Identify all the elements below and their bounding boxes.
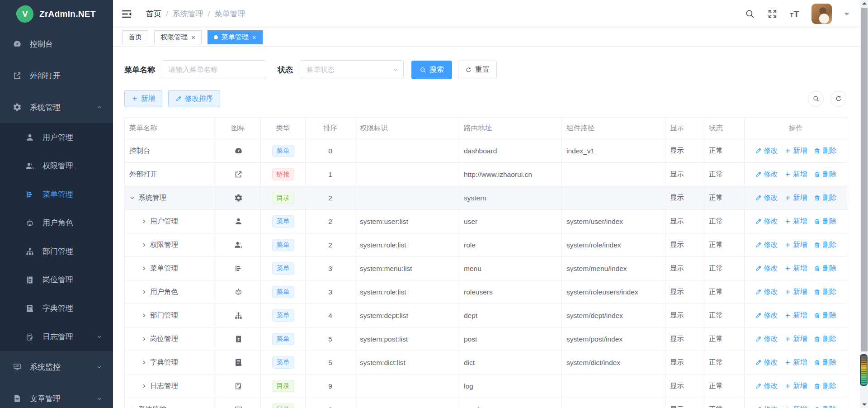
search-icon xyxy=(812,95,820,102)
expand-right-icon[interactable] xyxy=(141,336,147,342)
users-icon xyxy=(234,241,243,249)
sidebar-item-dept-mgmt[interactable]: 部门管理 xyxy=(0,237,113,266)
tab-菜单管理[interactable]: 菜单管理× xyxy=(208,30,263,44)
sidebar-item-user-mgmt[interactable]: 用户管理 xyxy=(0,123,113,152)
search-icon[interactable] xyxy=(745,9,755,19)
user-menu-caret-icon[interactable] xyxy=(844,13,849,18)
reset-button[interactable]: 重置 xyxy=(458,61,497,79)
breadcrumb-item[interactable]: 首页 xyxy=(146,9,161,19)
op-label: 新增 xyxy=(793,240,807,250)
sidebar-item-article[interactable]: 文章管理 xyxy=(0,383,113,408)
sidebar-item-system[interactable]: 系统管理 xyxy=(0,91,113,123)
delete-link[interactable]: 删除 xyxy=(814,170,837,179)
close-icon[interactable]: × xyxy=(191,34,195,41)
cell-status: 正常 xyxy=(704,233,745,257)
edit-link[interactable]: 修改 xyxy=(755,311,778,320)
delete-link[interactable]: 删除 xyxy=(814,358,837,367)
edit-link[interactable]: 修改 xyxy=(755,193,778,203)
edit-link[interactable]: 修改 xyxy=(755,170,778,179)
scroll-up-arrow-icon[interactable] xyxy=(862,2,867,5)
scrollbar-color-widget[interactable] xyxy=(860,354,868,386)
delete-link[interactable]: 删除 xyxy=(814,405,837,408)
pen-icon xyxy=(175,95,182,102)
sidebar-item-external-open[interactable]: 外部打开 xyxy=(0,60,113,91)
page-scrollbar[interactable] xyxy=(860,0,868,408)
delete-link[interactable]: 删除 xyxy=(814,146,837,156)
post-icon xyxy=(234,335,243,343)
close-icon[interactable]: × xyxy=(252,34,256,41)
trash-icon xyxy=(814,195,821,201)
sidebar-item-monitor[interactable]: 系统监控 xyxy=(0,351,113,383)
edit-link[interactable]: 修改 xyxy=(755,381,778,391)
sidebar-item-user-role[interactable]: 用户角色 xyxy=(0,209,113,237)
sidebar-item-dashboard[interactable]: 控制台 xyxy=(0,28,113,60)
expand-right-icon[interactable] xyxy=(141,266,147,271)
delete-link[interactable]: 删除 xyxy=(814,334,837,344)
add-link[interactable]: 新增 xyxy=(784,264,807,273)
add-link[interactable]: 新增 xyxy=(784,334,807,344)
edit-link[interactable]: 修改 xyxy=(755,287,778,297)
delete-link[interactable]: 删除 xyxy=(814,193,837,203)
add-link[interactable]: 新增 xyxy=(784,240,807,250)
add-link[interactable]: 新增 xyxy=(784,217,807,226)
add-link[interactable]: 新增 xyxy=(784,146,807,156)
expand-right-icon[interactable] xyxy=(141,313,147,318)
delete-link[interactable]: 删除 xyxy=(814,240,837,250)
add-button[interactable]: 新增 xyxy=(124,90,162,107)
tab-权限管理[interactable]: 权限管理× xyxy=(154,30,202,44)
scroll-down-arrow-icon[interactable] xyxy=(862,403,867,406)
add-link[interactable]: 新增 xyxy=(784,170,807,179)
edit-link[interactable]: 修改 xyxy=(755,146,778,156)
expand-right-icon[interactable] xyxy=(141,218,147,224)
edit-link[interactable]: 修改 xyxy=(755,334,778,344)
edit-link[interactable]: 修改 xyxy=(755,240,778,250)
edit-link[interactable]: 修改 xyxy=(755,264,778,273)
expand-right-icon[interactable] xyxy=(141,242,147,248)
delete-link[interactable]: 删除 xyxy=(814,287,837,297)
add-link[interactable]: 新增 xyxy=(784,193,807,203)
delete-link[interactable]: 删除 xyxy=(814,217,837,226)
cell-sort: 2 xyxy=(306,210,355,233)
expand-right-icon[interactable] xyxy=(141,289,147,295)
status-select[interactable] xyxy=(300,60,404,79)
op-label: 删除 xyxy=(823,405,837,408)
cell-permission: system:role:list xyxy=(355,233,459,257)
refresh-table-button[interactable] xyxy=(830,91,846,107)
delete-link[interactable]: 删除 xyxy=(814,381,837,391)
add-link[interactable]: 新增 xyxy=(784,287,807,297)
sidebar-item-role-mgmt[interactable]: 权限管理 xyxy=(0,152,113,180)
edit-link[interactable]: 修改 xyxy=(755,358,778,367)
sidebar-item-menu-mgmt[interactable]: 菜单管理 xyxy=(0,180,113,209)
show-search-button[interactable] xyxy=(808,91,824,107)
trash-icon xyxy=(814,312,821,319)
cell-type: 菜单 xyxy=(261,351,306,375)
expand-right-icon[interactable] xyxy=(141,360,147,365)
menu-name-wrap: 系统管理 xyxy=(129,193,211,203)
sidebar-item-label: 岗位管理 xyxy=(42,275,73,285)
app-logo[interactable]: V ZrAdmin.NET xyxy=(0,0,113,28)
add-link[interactable]: 新增 xyxy=(784,405,807,408)
add-link[interactable]: 新增 xyxy=(784,311,807,320)
sidebar-item-log-mgmt[interactable]: 日志管理 xyxy=(0,323,113,351)
edit-link[interactable]: 修改 xyxy=(755,405,778,408)
scrollbar-thumb[interactable] xyxy=(861,8,868,351)
add-link[interactable]: 新增 xyxy=(784,358,807,367)
expand-down-icon[interactable] xyxy=(129,195,135,201)
search-button[interactable]: 搜索 xyxy=(411,61,452,79)
menu-name-input[interactable] xyxy=(162,60,266,79)
sidebar-toggle-icon[interactable] xyxy=(121,8,132,20)
add-link[interactable]: 新增 xyxy=(784,381,807,391)
fullscreen-icon[interactable] xyxy=(767,9,778,19)
expand-right-icon[interactable] xyxy=(141,383,147,389)
edit-link[interactable]: 修改 xyxy=(755,217,778,226)
delete-link[interactable]: 删除 xyxy=(814,311,837,320)
sidebar-item-dict-mgmt[interactable]: 字典管理 xyxy=(0,294,113,323)
edit-sort-button[interactable]: 修改排序 xyxy=(168,90,220,107)
sidebar-item-post-mgmt[interactable]: 岗位管理 xyxy=(0,266,113,294)
status-select-input[interactable] xyxy=(300,60,404,79)
font-size-icon[interactable]: TT xyxy=(790,9,799,19)
tab-首页[interactable]: 首页 xyxy=(122,30,148,44)
delete-link[interactable]: 删除 xyxy=(814,264,837,273)
avatar[interactable] xyxy=(811,4,832,24)
cell-route-path: roleusers xyxy=(459,280,562,304)
